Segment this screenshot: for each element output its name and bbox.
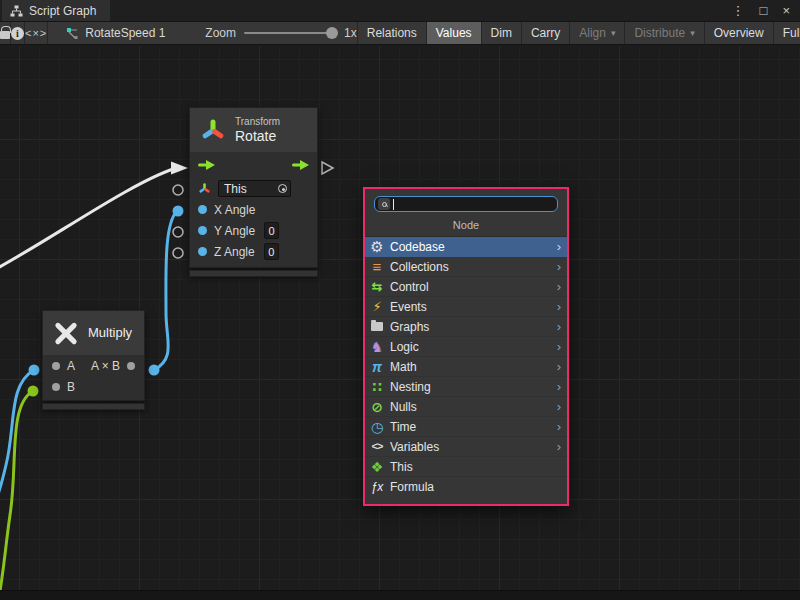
rotate-node-header[interactable]: Transform Rotate xyxy=(190,108,317,152)
y-angle-row: Y Angle 0 xyxy=(190,220,317,241)
wire-into-b[interactable] xyxy=(0,391,33,600)
distribute-button[interactable]: Distribute ▾ xyxy=(624,22,703,44)
finder-item-nulls[interactable]: Nulls › xyxy=(365,397,567,417)
finder-item-nesting[interactable]: Nesting › xyxy=(365,377,567,397)
search-input[interactable] xyxy=(397,198,554,210)
search-box[interactable] xyxy=(374,196,558,212)
list-icon xyxy=(369,259,385,274)
graph-icon xyxy=(10,5,23,17)
node-title: Rotate xyxy=(235,128,280,144)
flow-output-port[interactable] xyxy=(322,162,333,174)
window-controls: ⋮ □ × xyxy=(732,0,800,21)
knight-icon xyxy=(369,340,385,354)
lock-button[interactable] xyxy=(0,22,11,44)
x-angle-inner-port[interactable] xyxy=(198,205,207,214)
yangle-port[interactable] xyxy=(173,227,183,237)
finder-item-math[interactable]: Math › xyxy=(365,357,567,377)
carry-button[interactable]: Carry xyxy=(521,22,569,44)
node-category: Transform xyxy=(235,116,280,128)
finder-item-graphs[interactable]: Graphs › xyxy=(365,317,567,337)
finder-item-codebase[interactable]: Codebase › xyxy=(365,237,567,257)
overview-button[interactable]: Overview xyxy=(704,22,773,44)
finder-item-this[interactable]: This xyxy=(365,457,567,477)
a-input-port[interactable] xyxy=(29,365,40,376)
graph-node-icon xyxy=(66,27,79,40)
b-input-port[interactable] xyxy=(28,386,39,397)
xangle-input-port[interactable] xyxy=(173,206,184,217)
multiply-node[interactable]: Multiply A A × B B xyxy=(42,310,145,410)
graph-canvas[interactable]: Transform Rotate xyxy=(0,46,800,600)
finder-item-control[interactable]: Control › xyxy=(365,277,567,297)
zoom-slider[interactable] xyxy=(244,32,336,34)
rotate-node[interactable]: Transform Rotate xyxy=(189,107,318,277)
chevron-down-icon: ▾ xyxy=(611,28,616,38)
clock-icon xyxy=(369,420,385,434)
dim-button[interactable]: Dim xyxy=(481,22,521,44)
finder-item-time[interactable]: Time › xyxy=(365,417,567,437)
finder-list: Codebase › Collections › Control › Event… xyxy=(365,236,567,497)
flow-wire[interactable] xyxy=(0,168,176,270)
multiply-output-port[interactable] xyxy=(149,365,160,376)
info-button[interactable]: i xyxy=(11,22,25,44)
chevron-right-icon: › xyxy=(557,400,563,413)
finder-item-events[interactable]: Events › xyxy=(365,297,567,317)
zoom-slider-knob[interactable] xyxy=(326,27,338,39)
transform-mini-icon xyxy=(198,182,211,195)
pi-icon xyxy=(369,360,385,374)
fullscreen-button[interactable]: Full Screen xyxy=(773,22,800,44)
breadcrumb[interactable]: RotateSpeed 1 xyxy=(48,22,179,44)
finder-item-formula[interactable]: Formula xyxy=(365,477,567,497)
node-footer xyxy=(189,270,318,277)
finder-item-collections[interactable]: Collections › xyxy=(365,257,567,277)
relations-button[interactable]: Relations xyxy=(357,22,426,44)
a-inner-port[interactable] xyxy=(52,362,60,370)
graph-toolbar: i <×> RotateSpeed 1 Zoom 1x Relations Va… xyxy=(0,22,800,45)
search-icon xyxy=(378,198,390,210)
output-inner-port[interactable] xyxy=(127,362,135,370)
this-port[interactable] xyxy=(173,185,183,195)
node-title: Multiply xyxy=(88,325,132,341)
values-button[interactable]: Values xyxy=(426,22,481,44)
this-field[interactable]: This xyxy=(218,180,291,197)
zangle-port[interactable] xyxy=(173,248,183,258)
x-angle-row: X Angle xyxy=(190,199,317,220)
flow-in-arrow-icon[interactable] xyxy=(198,160,215,170)
folder-icon xyxy=(369,322,385,331)
finder-item-label: This xyxy=(390,460,563,474)
maximize-icon[interactable]: □ xyxy=(760,4,768,17)
close-icon[interactable]: × xyxy=(782,4,790,17)
z-angle-value-field[interactable]: 0 xyxy=(264,243,279,260)
y-angle-inner-port[interactable] xyxy=(198,226,207,235)
output-label: A × B xyxy=(91,359,120,373)
info-icon: i xyxy=(11,27,24,40)
this-row: This xyxy=(190,178,317,199)
y-angle-value-field[interactable]: 0 xyxy=(264,222,279,239)
a-label: A xyxy=(67,359,75,373)
chevron-right-icon: › xyxy=(557,280,563,293)
multiply-icon xyxy=(53,320,79,346)
y-angle-label: Y Angle xyxy=(214,224,255,238)
align-button[interactable]: Align ▾ xyxy=(569,22,624,44)
finder-item-label: Control xyxy=(390,280,552,294)
finder-item-logic[interactable]: Logic › xyxy=(365,337,567,357)
chevron-right-icon: › xyxy=(557,320,563,333)
chevron-right-icon: › xyxy=(557,300,563,313)
tab-script-graph[interactable]: Script Graph xyxy=(2,0,110,21)
flow-out-arrow-icon[interactable] xyxy=(292,160,309,170)
finder-item-variables[interactable]: Variables › xyxy=(365,437,567,457)
code-view-button[interactable]: <×> xyxy=(25,22,48,44)
multiply-node-header[interactable]: Multiply xyxy=(43,311,144,355)
zoom-label: Zoom xyxy=(205,26,236,40)
this-field-value: This xyxy=(224,182,247,196)
zoom-control: Zoom 1x xyxy=(179,22,356,44)
b-inner-port[interactable] xyxy=(52,383,60,391)
finder-item-label: Formula xyxy=(390,480,563,494)
null-icon xyxy=(369,400,385,414)
window-menu-icon[interactable]: ⋮ xyxy=(732,4,745,17)
variables-icon xyxy=(369,441,385,452)
lock-icon xyxy=(0,31,10,39)
title-bar: Script Graph ⋮ □ × xyxy=(0,0,800,22)
target-picker-icon[interactable] xyxy=(278,184,287,193)
z-angle-inner-port[interactable] xyxy=(198,247,207,256)
text-caret xyxy=(393,199,394,210)
